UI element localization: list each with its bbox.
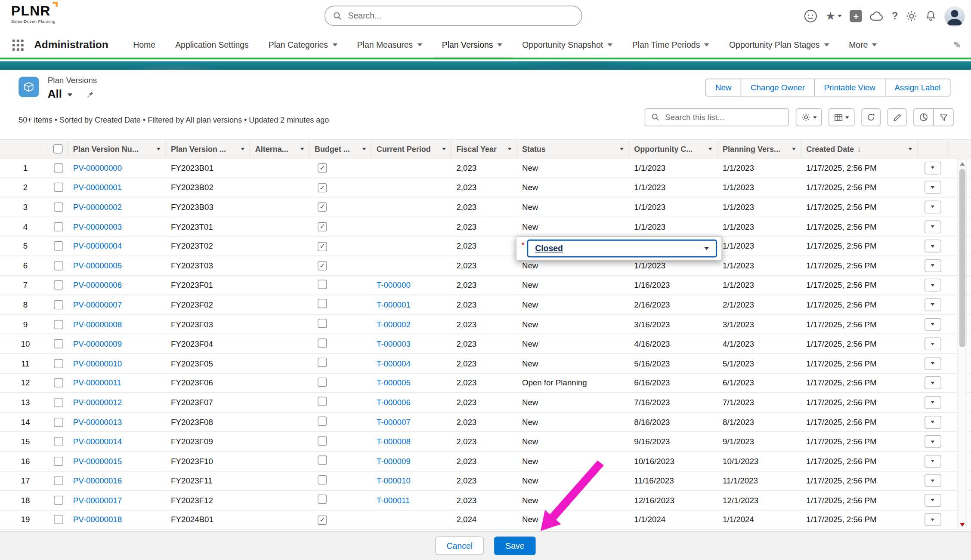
- add-icon[interactable]: +: [850, 10, 862, 22]
- current-period-link[interactable]: T-000008: [377, 437, 447, 446]
- budget-checkbox[interactable]: [318, 280, 327, 289]
- vertical-scrollbar[interactable]: [957, 159, 967, 530]
- notifications-bell-icon[interactable]: [925, 10, 937, 22]
- plan-version-number-link[interactable]: PV-00000018: [73, 515, 161, 525]
- row-actions-button[interactable]: [924, 357, 941, 370]
- column-header-alterna[interactable]: Alterna...: [250, 140, 309, 158]
- row-actions-button[interactable]: [924, 259, 941, 272]
- plan-version-number-link[interactable]: PV-00000009: [73, 339, 161, 349]
- nav-tab-more[interactable]: More: [839, 32, 887, 58]
- charts-icon[interactable]: [913, 108, 934, 126]
- row-actions-button[interactable]: [924, 474, 941, 487]
- status-picklist-combobox[interactable]: Closed: [527, 240, 717, 258]
- row-select-checkbox[interactable]: [53, 398, 63, 407]
- plan-version-number-link[interactable]: PV-00000012: [73, 398, 161, 407]
- cancel-button[interactable]: Cancel: [436, 536, 484, 555]
- row-actions-button[interactable]: [924, 435, 941, 448]
- global-search[interactable]: [325, 6, 582, 26]
- app-launcher-icon[interactable]: [12, 39, 24, 50]
- save-button[interactable]: Save: [494, 536, 535, 555]
- row-select-checkbox[interactable]: [53, 163, 63, 173]
- column-header-current-period[interactable]: Current Period: [371, 140, 451, 158]
- row-actions-button[interactable]: [924, 396, 941, 409]
- scroll-down-icon[interactable]: [960, 523, 965, 527]
- budget-checkbox[interactable]: ✓: [318, 222, 327, 232]
- row-actions-button[interactable]: [924, 337, 941, 350]
- printable-view-button[interactable]: Printable View: [814, 79, 885, 97]
- assistant-icon[interactable]: [804, 9, 818, 23]
- current-period-link[interactable]: T-000005: [377, 378, 447, 388]
- chevron-down-icon[interactable]: [508, 148, 512, 150]
- setup-gear-icon[interactable]: [906, 10, 917, 22]
- chevron-down-icon[interactable]: [792, 148, 796, 150]
- nav-tab-application-settings[interactable]: Application Settings: [165, 32, 259, 58]
- plan-version-number-link[interactable]: PV-00000010: [73, 359, 161, 368]
- column-header-plan-version-nu[interactable]: Plan Version Nu...: [68, 140, 166, 158]
- budget-checkbox[interactable]: ✓: [318, 262, 327, 271]
- change-owner-button[interactable]: Change Owner: [741, 79, 815, 97]
- plan-version-number-link[interactable]: PV-00000003: [73, 222, 161, 231]
- table-display-icon[interactable]: [829, 108, 854, 126]
- help-icon[interactable]: ?: [892, 10, 898, 22]
- filter-icon[interactable]: [933, 108, 953, 126]
- chevron-down-icon[interactable]: [824, 43, 829, 46]
- row-select-checkbox[interactable]: [53, 515, 63, 525]
- current-period-link[interactable]: T-000007: [377, 417, 447, 427]
- row-actions-button[interactable]: [924, 376, 941, 389]
- row-actions-button[interactable]: [924, 161, 941, 174]
- row-select-checkbox[interactable]: [53, 202, 63, 212]
- row-select-checkbox[interactable]: [53, 437, 63, 446]
- budget-checkbox[interactable]: [318, 475, 327, 485]
- nav-tab-plan-versions[interactable]: Plan Versions: [432, 32, 512, 58]
- chevron-down-icon[interactable]: [362, 148, 366, 150]
- column-header-plan-version[interactable]: Plan Version ...: [166, 140, 250, 158]
- nav-tab-plan-time-periods[interactable]: Plan Time Periods: [622, 32, 719, 58]
- nav-tab-opportunity-plan-stages[interactable]: Opportunity Plan Stages: [719, 32, 839, 58]
- list-settings-gear-icon[interactable]: [796, 108, 822, 126]
- budget-checkbox[interactable]: [318, 397, 327, 406]
- budget-checkbox[interactable]: [318, 495, 327, 504]
- plan-version-number-link[interactable]: PV-00000000: [73, 163, 161, 173]
- chevron-down-icon[interactable]: [607, 43, 612, 46]
- current-period-link[interactable]: T-000003: [377, 339, 447, 349]
- chevron-down-icon[interactable]: [241, 148, 245, 150]
- row-select-checkbox[interactable]: [53, 495, 63, 505]
- row-actions-button[interactable]: [924, 240, 941, 252]
- row-actions-button[interactable]: [924, 513, 941, 526]
- plan-version-number-link[interactable]: PV-00000007: [73, 300, 161, 310]
- row-actions-button[interactable]: [924, 318, 941, 331]
- column-header-select-all[interactable]: [48, 140, 68, 158]
- row-select-checkbox[interactable]: [53, 378, 63, 388]
- current-period-link[interactable]: T-000000: [377, 280, 447, 290]
- plan-version-number-link[interactable]: PV-00000011: [73, 378, 161, 388]
- row-select-checkbox[interactable]: [53, 417, 63, 427]
- chevron-down-icon[interactable]: [498, 43, 503, 46]
- budget-checkbox[interactable]: [318, 338, 327, 348]
- pin-list-button[interactable]: [83, 86, 98, 102]
- chevron-down-icon[interactable]: [157, 148, 161, 150]
- view-name[interactable]: All: [48, 88, 62, 101]
- row-actions-button[interactable]: [924, 494, 941, 507]
- budget-checkbox[interactable]: [318, 377, 327, 387]
- chevron-down-icon[interactable]: [417, 43, 422, 46]
- nav-edit-pencil-icon[interactable]: ✎: [953, 32, 961, 58]
- row-actions-button[interactable]: [924, 415, 941, 428]
- user-avatar[interactable]: [944, 6, 965, 26]
- current-period-link[interactable]: T-000004: [377, 359, 447, 368]
- chevron-down-icon[interactable]: [872, 43, 877, 46]
- chevron-down-icon[interactable]: [704, 43, 709, 46]
- row-select-checkbox[interactable]: [53, 359, 63, 368]
- nav-tab-home[interactable]: Home: [123, 32, 165, 58]
- row-select-checkbox[interactable]: [53, 456, 63, 466]
- row-select-checkbox[interactable]: [53, 222, 63, 231]
- budget-checkbox[interactable]: [318, 358, 327, 367]
- current-period-link[interactable]: T-000009: [377, 456, 447, 466]
- plan-version-number-link[interactable]: PV-00000005: [73, 261, 161, 271]
- view-chevron-down-icon[interactable]: [68, 93, 73, 96]
- row-actions-button[interactable]: [924, 181, 941, 194]
- budget-checkbox[interactable]: ✓: [318, 163, 327, 173]
- row-select-checkbox[interactable]: [53, 476, 63, 486]
- column-header-planning-vers[interactable]: Planning Vers...: [718, 140, 801, 158]
- chevron-down-icon[interactable]: [909, 148, 912, 150]
- plan-version-number-link[interactable]: PV-00000006: [73, 280, 161, 290]
